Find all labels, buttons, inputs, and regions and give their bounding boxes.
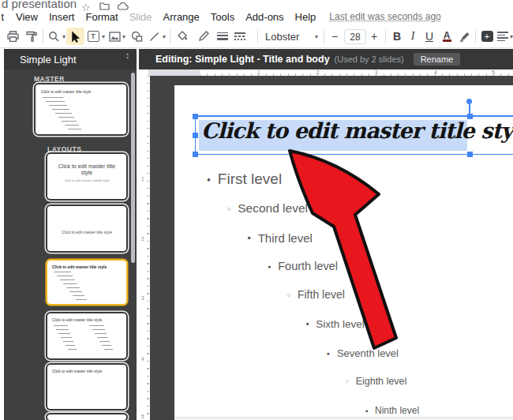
horizontal-scrollbar[interactable] <box>174 417 513 420</box>
bullet-marker: ■ <box>306 321 309 326</box>
menu-item-addons[interactable]: Add-ons <box>240 11 289 23</box>
menu-item-slide[interactable]: Slide <box>124 11 158 23</box>
textbox-dropdown-caret[interactable]: ▾ <box>99 25 107 47</box>
bullet-text: Ninth level <box>375 405 419 416</box>
align-dropdown-caret[interactable]: ▾ <box>508 25 513 47</box>
bullet-row-eighth[interactable]: ○Eighth level <box>346 373 406 390</box>
layout-thumbnail-two-columns[interactable]: Click to edit master title style <box>47 313 126 358</box>
menu-item-help[interactable]: Help <box>290 11 322 23</box>
bullet-row-third[interactable]: ■Third level <box>248 229 313 246</box>
menu-item-format[interactable]: Format <box>80 11 123 23</box>
layout-thumbnail-title-slide[interactable]: Click to edit master titlestyle Click to… <box>47 154 126 199</box>
bullet-row-ninth[interactable]: ■Ninth level <box>365 402 419 419</box>
font-size-increase-button[interactable]: + <box>368 25 380 47</box>
toolbar-separator <box>257 29 258 43</box>
horizontal-ruler-margin <box>148 69 200 76</box>
v-ruler-number: 2 <box>141 236 144 242</box>
master-title-text[interactable]: Click to edit master title style <box>201 118 513 143</box>
underline-glyph: U <box>425 30 433 43</box>
bullet-row-fourth[interactable]: ●Fourth level <box>268 257 338 275</box>
toolbar-separator <box>385 29 386 43</box>
menu-item-insert[interactable]: Insert <box>43 11 81 23</box>
shape-icon[interactable] <box>129 25 144 47</box>
menu-bar: t View Insert Format Slide Arrange Tools… <box>0 9 513 24</box>
italic-button[interactable]: I <box>406 25 419 47</box>
v-ruler-number: 1 <box>141 176 144 182</box>
font-family-select[interactable]: Lobster <box>265 25 311 47</box>
layout-thumbnail-title-and-body-selected[interactable]: Click to edit master title style <box>47 261 126 304</box>
bold-button[interactable]: B <box>391 25 403 47</box>
title-box-bottom-border[interactable] <box>195 154 513 156</box>
title-box-top-border[interactable] <box>195 115 513 117</box>
bullet-text: Eighth level <box>356 376 407 387</box>
bullet-text: Second level <box>238 201 308 216</box>
border-dash-icon[interactable] <box>232 25 248 47</box>
bullet-row-second[interactable]: ○Second level <box>227 200 308 217</box>
bullet-text: Fifth level <box>298 288 345 301</box>
resize-handle-middle-left[interactable] <box>193 133 198 138</box>
comment-plus-glyph: + <box>481 31 493 42</box>
highlight-icon[interactable] <box>458 25 472 47</box>
image-dropdown-caret[interactable]: ▾ <box>120 25 128 47</box>
layout2-title: Click to edit master title style <box>47 230 126 234</box>
fill-color-icon[interactable] <box>174 25 190 47</box>
comment-icon[interactable]: + <box>479 25 495 47</box>
layout5-title: Click to edit master title style <box>52 369 102 373</box>
last-edit-link[interactable]: Last edit was seconds ago <box>329 11 440 22</box>
select-icon[interactable] <box>68 25 84 47</box>
textbox-icon[interactable]: T <box>86 25 100 47</box>
bullet-text: Sixth level <box>316 318 365 330</box>
line-icon[interactable] <box>147 25 161 47</box>
editing-header-bar: Editing: Simple Light - Title and body (… <box>139 49 513 69</box>
paint-format-icon[interactable] <box>24 25 39 47</box>
zoom-icon[interactable] <box>47 25 61 47</box>
toolbar-separator <box>324 29 324 43</box>
resize-handle-top-left[interactable] <box>193 114 198 119</box>
menu-item-tools[interactable]: Tools <box>205 11 240 23</box>
line-dropdown-caret[interactable]: ▾ <box>160 25 168 47</box>
align-icon[interactable] <box>496 25 509 47</box>
bullet-marker: ○ <box>287 292 290 298</box>
layout-thumbnail-section[interactable]: Click to edit master title style <box>47 206 126 251</box>
master-thumbnail[interactable]: Click to edit master title style <box>36 84 126 134</box>
menu-item-arrange[interactable]: Arrange <box>158 11 205 23</box>
font-size-decrease-button[interactable]: − <box>328 25 341 47</box>
border-color-icon[interactable] <box>197 25 211 47</box>
bullet-row-sixth[interactable]: ■Sixth level <box>306 315 365 332</box>
border-weight-icon[interactable] <box>215 25 230 47</box>
resize-handle-bottom-left[interactable] <box>193 152 198 157</box>
font-size-input[interactable]: 28 <box>344 29 366 44</box>
theme-header[interactable]: Simple Light ▴▾ <box>4 49 137 69</box>
layouts-section-label: LAYOUTS <box>47 145 81 153</box>
bullet-text: Fourth level <box>278 260 338 272</box>
sidebar-scrollbar[interactable] <box>131 73 135 263</box>
layout-thumbnail-title-only[interactable]: Click to edit master title style <box>47 365 126 409</box>
bullet-marker: ● <box>327 351 330 356</box>
bullet-row-seventh[interactable]: ●Seventh level <box>327 344 399 362</box>
resize-handle-bottom-center[interactable] <box>467 152 473 157</box>
bullet-marker: ● <box>207 176 211 183</box>
toolbar-separator <box>475 29 476 43</box>
font-family-caret[interactable]: ▾ <box>313 25 320 47</box>
menu-item-partial[interactable]: t <box>0 11 4 23</box>
text-color-button[interactable]: A <box>440 25 453 47</box>
menu-item-view[interactable]: View <box>10 11 43 23</box>
bullet-row-first[interactable]: ●First level <box>207 171 282 188</box>
print-icon[interactable] <box>5 25 21 47</box>
text-color-glyph: A <box>444 32 451 39</box>
bullet-row-fifth[interactable]: ○Fifth level <box>287 286 345 303</box>
layout-thumbnail-partial[interactable] <box>47 414 126 420</box>
theme-name: Simple Light <box>20 54 77 66</box>
resize-handle-top-center[interactable] <box>467 114 473 119</box>
rename-button[interactable]: Rename <box>414 53 461 66</box>
bullet-text: Seventh level <box>337 347 399 359</box>
underline-button[interactable]: U <box>423 25 436 47</box>
rotation-handle[interactable] <box>466 99 472 104</box>
editing-label: Editing: Simple Light - Title and body <box>155 54 330 65</box>
bullet-marker: ○ <box>227 206 230 212</box>
v-ruler-number: 3 <box>141 295 144 301</box>
layout1-subtitle: Click to edit master subtitle style <box>47 178 126 182</box>
v-ruler-number: 4 <box>141 356 144 362</box>
master-section-label: MASTER <box>34 75 65 83</box>
sort-icon[interactable]: ▴▾ <box>126 52 129 60</box>
